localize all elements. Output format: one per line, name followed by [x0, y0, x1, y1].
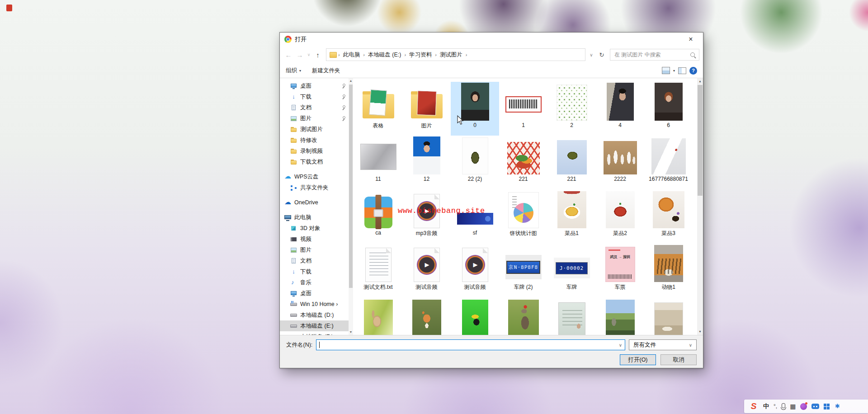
- file-item[interactable]: 图片: [402, 82, 451, 136]
- scroll-down-icon[interactable]: ▼: [349, 329, 353, 335]
- file-item[interactable]: 2222: [596, 136, 644, 189]
- file-item[interactable]: 饼状统计图: [499, 189, 547, 243]
- sidebar-item-documents[interactable]: 文档: [280, 255, 353, 266]
- file-item[interactable]: [644, 297, 693, 335]
- file-item[interactable]: 221: [499, 136, 547, 189]
- sidebar-item-documents-pinned[interactable]: 文档: [280, 102, 353, 113]
- file-list-scrollbar-thumb[interactable]: [698, 85, 703, 196]
- scroll-down-icon[interactable]: ▼: [697, 329, 703, 335]
- sidebar-item-to-modify[interactable]: 待修改: [280, 135, 353, 146]
- punctuation-icon[interactable]: °,: [774, 403, 777, 409]
- file-item[interactable]: 2: [547, 82, 596, 136]
- file-item[interactable]: 菜品2: [596, 189, 644, 243]
- file-item[interactable]: 测试文档.txt: [354, 243, 402, 297]
- settings-icon[interactable]: ✱: [834, 403, 840, 409]
- mascot-icon[interactable]: [800, 403, 807, 410]
- file-item[interactable]: [402, 297, 451, 335]
- sidebar-item-disk-f[interactable]: 本地磁盘 (F:): [280, 331, 353, 335]
- filename-input[interactable]: [320, 341, 617, 348]
- sidebar-item-download-docs[interactable]: 下载文档: [280, 156, 353, 167]
- filetype-select[interactable]: 所有文件 ∨: [629, 339, 697, 350]
- sidebar-item-pictures[interactable]: 图片: [280, 245, 353, 255]
- scroll-up-icon[interactable]: ▲: [697, 78, 703, 85]
- help-icon[interactable]: ?: [689, 67, 697, 75]
- sidebar-item-wps-cloud[interactable]: WPS云盘: [280, 171, 353, 182]
- file-list-scrollbar[interactable]: ▲ ▼: [697, 78, 703, 335]
- scroll-up-icon[interactable]: ▲: [349, 78, 353, 84]
- sidebar-item-desktop[interactable]: 桌面: [280, 288, 353, 299]
- breadcrumb-item[interactable]: 测试图片: [437, 51, 466, 59]
- sidebar-item-disk-e[interactable]: 本地磁盘 (E:): [280, 320, 353, 331]
- new-folder-button[interactable]: 新建文件夹: [312, 67, 340, 75]
- close-icon[interactable]: ×: [683, 35, 698, 43]
- file-item[interactable]: 12: [402, 136, 451, 189]
- sidebar-item-downloads[interactable]: 下载: [280, 266, 353, 277]
- toolbox-grid-icon[interactable]: [824, 404, 830, 409]
- file-item[interactable]: 4: [596, 82, 644, 136]
- sidebar-scrollbar[interactable]: ▲ ▼: [349, 78, 353, 335]
- recent-locations-icon[interactable]: ∨: [306, 52, 311, 57]
- file-item[interactable]: 菜品1: [547, 189, 596, 243]
- sidebar-item-shared-folder[interactable]: 共享文件夹: [280, 182, 353, 193]
- file-item[interactable]: 1: [499, 82, 547, 136]
- back-icon[interactable]: ←: [283, 51, 293, 59]
- chinese-mode-icon[interactable]: 中: [763, 402, 769, 410]
- address-dropdown-icon[interactable]: ∨: [587, 52, 596, 57]
- file-item[interactable]: 0: [451, 82, 499, 136]
- sidebar-item-win10-home[interactable]: Win 10 Home ›: [280, 299, 353, 310]
- file-item[interactable]: 表格: [354, 82, 402, 136]
- breadcrumb-item[interactable]: 学习资料: [406, 51, 435, 59]
- sogou-logo-icon[interactable]: S: [749, 401, 759, 411]
- file-item[interactable]: 动物1: [644, 243, 693, 297]
- change-view-icon[interactable]: [662, 67, 670, 74]
- file-item[interactable]: [354, 297, 402, 335]
- sidebar-item-pictures-pinned[interactable]: 图片: [280, 113, 353, 124]
- keyboard-icon[interactable]: ▦: [790, 403, 796, 409]
- file-item[interactable]: 11: [354, 136, 402, 189]
- sidebar-item-test-images[interactable]: 测试图片: [280, 124, 353, 135]
- sidebar-item-music[interactable]: 音乐: [280, 277, 353, 288]
- search-icon[interactable]: [690, 52, 695, 57]
- breadcrumb-item[interactable]: 此电脑: [340, 51, 363, 59]
- file-item[interactable]: 1677766880871: [644, 136, 693, 189]
- file-item[interactable]: sf: [451, 189, 499, 243]
- forward-icon[interactable]: →: [295, 51, 305, 59]
- sidebar-item-3d-objects[interactable]: 3D 对象: [280, 223, 353, 234]
- search-input[interactable]: 在 测试图片 中搜索: [610, 49, 699, 61]
- file-item[interactable]: 测试音频: [402, 243, 451, 297]
- file-item[interactable]: 221: [547, 136, 596, 189]
- file-item[interactable]: [547, 297, 596, 335]
- sidebar-scrollbar-thumb[interactable]: [349, 85, 353, 288]
- sidebar-item-videos[interactable]: 视频: [280, 234, 353, 245]
- preview-pane-icon[interactable]: [678, 67, 686, 74]
- file-item[interactable]: [451, 297, 499, 335]
- filename-combobox[interactable]: ∨: [316, 339, 625, 350]
- file-item[interactable]: [596, 297, 644, 335]
- file-item[interactable]: J·00002车牌: [547, 243, 596, 297]
- filename-dropdown-icon[interactable]: ∨: [619, 343, 622, 348]
- cancel-button[interactable]: 取消: [660, 354, 697, 365]
- breadcrumb-separator-icon[interactable]: ›: [466, 52, 467, 57]
- breadcrumb-item[interactable]: 本地磁盘 (E:): [365, 51, 405, 59]
- refresh-icon[interactable]: ↻: [597, 52, 606, 58]
- address-bar[interactable]: ›此电脑›本地磁盘 (E:)›学习资料›测试图片›: [326, 48, 585, 61]
- sidebar-item-downloads-pinned[interactable]: 下载: [280, 91, 353, 102]
- sidebar-item-this-pc[interactable]: 此电脑: [280, 212, 353, 223]
- dialog-titlebar[interactable]: 打开 ×: [280, 33, 703, 46]
- file-item[interactable]: [499, 297, 547, 335]
- sidebar-item-desktop-pinned[interactable]: 桌面: [280, 80, 353, 91]
- game-controller-icon[interactable]: [811, 404, 819, 409]
- file-item[interactable]: 测试音频: [451, 243, 499, 297]
- file-item[interactable]: 菜品3: [644, 189, 693, 243]
- views-dropdown-icon[interactable]: ▾: [673, 69, 675, 73]
- organize-button[interactable]: 组织 ▾: [286, 67, 301, 75]
- up-icon[interactable]: ↑: [313, 51, 323, 59]
- file-item[interactable]: mp3音频: [402, 189, 451, 243]
- sidebar-item-recorded-videos[interactable]: 录制视频: [280, 146, 353, 156]
- file-item[interactable]: 6: [644, 82, 693, 136]
- sidebar-item-onedrive[interactable]: OneDrive: [280, 197, 353, 208]
- file-item[interactable]: 武汉 → 深圳车票: [596, 243, 644, 297]
- file-item[interactable]: ca: [354, 189, 402, 243]
- file-item[interactable]: 22 (2): [451, 136, 499, 189]
- sidebar-item-disk-d[interactable]: 本地磁盘 (D:): [280, 310, 353, 320]
